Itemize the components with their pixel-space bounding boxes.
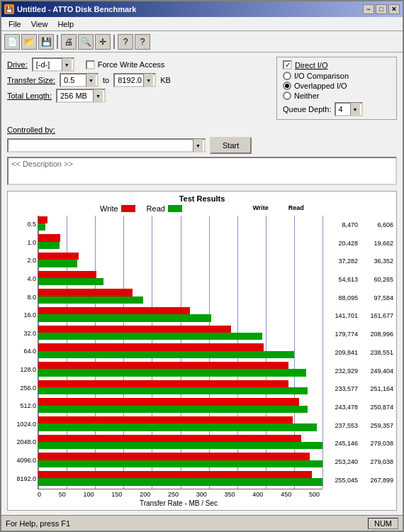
toolbar-new[interactable]: 📄 xyxy=(4,34,20,50)
y-axis-label: 8192.0 xyxy=(11,476,38,482)
read-bar xyxy=(38,478,322,485)
drive-row: Drive: [-d-] ▼ Force Write Access xyxy=(7,57,269,72)
read-value: 60,265 xyxy=(361,276,393,283)
toolbar-move[interactable]: ✛ xyxy=(95,34,111,50)
y-axis-label: 64.0 xyxy=(11,348,38,355)
total-length-arrow[interactable]: ▼ xyxy=(93,89,103,102)
read-value: 279,038 xyxy=(361,440,393,447)
toolbar-save[interactable]: 💾 xyxy=(38,34,54,50)
write-value: 20,428 xyxy=(325,240,358,247)
write-value: 141,701 xyxy=(325,312,358,319)
y-axis-label: 1024.0 xyxy=(11,421,38,428)
toolbar-search[interactable]: 🔍 xyxy=(78,34,94,50)
toolbar-print[interactable]: 🖨 xyxy=(61,34,77,50)
queue-depth-arrow[interactable]: ▼ xyxy=(350,103,360,116)
total-length-dropdown[interactable]: 256 MB ▼ xyxy=(56,89,106,103)
drive-dropdown-arrow[interactable]: ▼ xyxy=(62,58,72,71)
read-value: 251,164 xyxy=(361,385,393,392)
num-text: NUM xyxy=(374,519,392,528)
read-bar xyxy=(38,442,322,449)
queue-depth-row: Queue Depth: 4 ▼ xyxy=(283,102,391,116)
overlapped-io-radio[interactable] xyxy=(283,82,291,90)
read-bar xyxy=(38,423,317,431)
transfer-to-arrow[interactable]: ▼ xyxy=(143,74,153,87)
maximize-button[interactable]: □ xyxy=(376,4,387,14)
total-length-label: Total Length: xyxy=(7,92,52,100)
chart-value-row: 243,478250,874 xyxy=(325,404,393,411)
write-bar xyxy=(38,216,47,223)
chart-value-row: 37,28236,352 xyxy=(325,257,393,265)
chart-value-row: 245,146279,038 xyxy=(325,440,393,447)
left-controls: Drive: [-d-] ▼ Force Write Access Transf… xyxy=(7,57,269,104)
controlled-by-input[interactable]: ▼ xyxy=(7,138,206,153)
read-value: 279,038 xyxy=(361,458,393,465)
transfer-size-row: Transfer Size: 0.5 ▼ to 8192.0 ▼ KB xyxy=(7,72,269,88)
write-legend-label: Write xyxy=(100,204,118,213)
read-bar xyxy=(38,223,45,231)
direct-io-checkbox[interactable] xyxy=(283,60,292,70)
content-area: Drive: [-d-] ▼ Force Write Access Transf… xyxy=(1,52,403,515)
toolbar-help2[interactable]: ? xyxy=(135,34,150,50)
close-button[interactable]: ✕ xyxy=(388,4,400,14)
read-bar xyxy=(38,333,262,340)
help-text: For Help, press F1 xyxy=(6,519,70,528)
write-bar xyxy=(38,416,293,423)
write-value: 245,146 xyxy=(325,440,358,447)
total-length-row: Total Length: 256 MB ▼ xyxy=(7,88,269,104)
y-axis-label: 0.5 xyxy=(11,221,38,228)
controlled-by-input-row: ▼ Start xyxy=(7,137,397,154)
graph-area xyxy=(38,216,322,489)
controlled-by-arrow[interactable]: ▼ xyxy=(193,139,203,152)
y-axis-label: 256.0 xyxy=(11,385,38,392)
toolbar-help1[interactable]: ? xyxy=(118,34,133,50)
drive-dropdown[interactable]: [-d-] ▼ xyxy=(32,57,74,72)
drive-value: [-d-] xyxy=(36,60,50,69)
write-bar xyxy=(38,398,299,405)
menu-help[interactable]: Help xyxy=(53,19,78,29)
description-text: << Description >> xyxy=(11,160,73,168)
neither-radio[interactable] xyxy=(283,92,291,100)
menu-view[interactable]: View xyxy=(27,19,52,29)
toolbar-separator-1 xyxy=(57,35,58,49)
transfer-size-label: Transfer Size: xyxy=(7,76,55,84)
x-axis-label: 500 xyxy=(309,491,320,498)
write-bar xyxy=(38,380,288,387)
transfer-from-arrow[interactable]: ▼ xyxy=(86,74,96,87)
chart-value-row: 237,553259,357 xyxy=(325,422,393,429)
transfer-from-value: 0.5 xyxy=(64,76,74,84)
y-axis-label: 2.0 xyxy=(11,257,38,264)
y-axis-label: 4.0 xyxy=(11,276,38,282)
read-bar xyxy=(38,278,103,285)
toolbar-separator-2 xyxy=(113,35,115,49)
write-bar xyxy=(38,253,79,260)
drive-label: Drive: xyxy=(7,60,28,69)
start-button[interactable]: Start xyxy=(210,137,252,154)
write-value: 54,613 xyxy=(325,276,358,283)
y-axis-label: 4096.0 xyxy=(11,458,38,464)
chart-value-row: 209,841238,551 xyxy=(325,349,393,356)
write-value: 179,774 xyxy=(325,331,358,338)
app-icon: 💾 xyxy=(4,4,14,14)
y-axis-label: 512.0 xyxy=(11,403,38,409)
queue-depth-dropdown[interactable]: 4 ▼ xyxy=(335,102,363,116)
menu-file[interactable]: File xyxy=(4,19,26,29)
write-value: 255,045 xyxy=(325,477,358,484)
write-value: 209,841 xyxy=(325,349,358,356)
read-value: 250,874 xyxy=(361,404,393,411)
write-bar xyxy=(38,453,310,460)
controlled-by-label: Controlled by: xyxy=(7,126,55,134)
write-bar xyxy=(38,471,312,478)
write-bar xyxy=(38,271,96,278)
read-value: 267,899 xyxy=(361,477,393,484)
write-value: 253,240 xyxy=(325,458,358,465)
minimize-button[interactable]: − xyxy=(363,4,374,14)
toolbar-open[interactable]: 📂 xyxy=(21,34,37,50)
x-axis-label: 150 xyxy=(111,491,122,498)
transfer-to-dropdown[interactable]: 8192.0 ▼ xyxy=(113,73,156,87)
x-axis-label: 0 xyxy=(38,491,41,498)
io-comparison-radio[interactable] xyxy=(283,72,291,80)
read-legend-color xyxy=(168,205,182,212)
force-write-checkbox[interactable] xyxy=(86,60,95,70)
transfer-from-dropdown[interactable]: 0.5 ▼ xyxy=(60,73,99,87)
y-axis-label: 8.0 xyxy=(11,294,38,301)
